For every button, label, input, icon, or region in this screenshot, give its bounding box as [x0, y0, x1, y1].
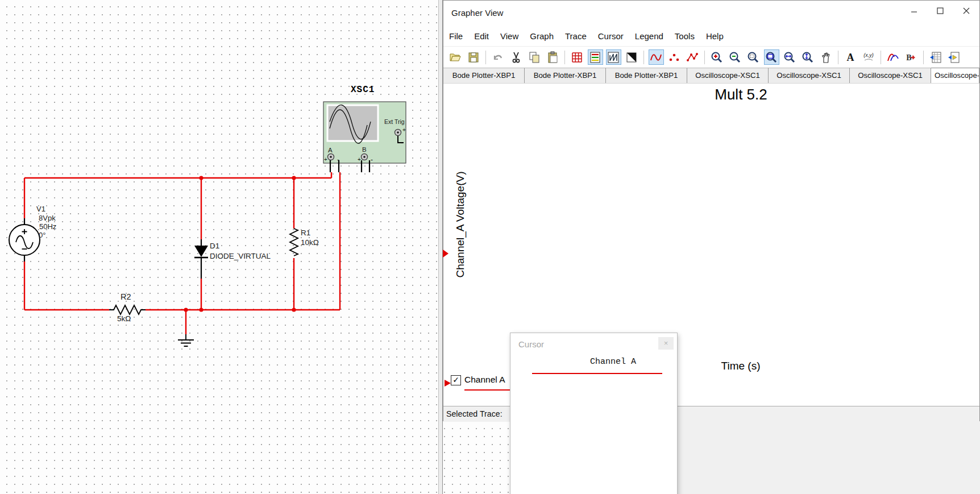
svg-text:A: A: [847, 52, 854, 63]
paste-button[interactable]: [545, 49, 560, 65]
cursor-window[interactable]: Cursor × Channel A: [510, 333, 678, 494]
v1-ref: V1: [36, 205, 45, 213]
legend-trace-label: Channel A: [464, 375, 505, 385]
menu-bar: FileEditViewGraphTraceCursorLegendToolsH…: [443, 27, 979, 46]
selected-trace-arrow-icon: [443, 250, 449, 258]
zoom-vertical-button[interactable]: [800, 49, 816, 65]
minimize-icon: [911, 7, 917, 14]
tab-oscilloscope-xsc1-6[interactable]: Oscilloscope-XSC1: [850, 68, 931, 83]
v1-frequency: 50Hz: [39, 222, 56, 231]
zoom-out-button[interactable]: [728, 49, 743, 65]
zoom-fit-button[interactable]: [764, 49, 779, 65]
overlay-traces-button[interactable]: [886, 49, 901, 65]
maximize-icon: [937, 7, 944, 14]
component-d1-diode[interactable]: D1 DIODE_VIRTUAL: [194, 239, 271, 279]
export-graph-button[interactable]: B: [904, 49, 919, 65]
svg-text:-: -: [371, 156, 373, 164]
r2-value: 5kΩ: [117, 314, 131, 323]
tab-bode-plotter-xbp1-3[interactable]: Bode Plotter-XBP1: [606, 68, 687, 83]
terminal-a-label: A: [328, 147, 333, 153]
zoom-in-icon: [710, 51, 724, 64]
r2-ref: R2: [121, 292, 131, 301]
zoom-horizontal-button[interactable]: [782, 49, 798, 65]
show-legend-icon: [588, 51, 602, 64]
menu-graph[interactable]: Graph: [524, 27, 559, 45]
toolbar-separator: [643, 51, 644, 64]
toolbar-separator: [485, 51, 486, 64]
r1-value: 10kΩ: [301, 238, 319, 247]
graph-properties-button[interactable]: [606, 49, 621, 65]
show-grid-button[interactable]: [570, 49, 585, 65]
pan-hand-button[interactable]: [819, 49, 834, 65]
overlay-traces-icon: [886, 51, 900, 64]
component-r1-resistor[interactable]: R1 10kΩ: [290, 229, 319, 256]
show-grid-icon: [570, 51, 584, 64]
v1-value: 8Vpk: [39, 214, 56, 222]
trace-line-button[interactable]: [649, 49, 664, 65]
component-v1-ac-source[interactable]: V1 8Vpk 50Hz 0°: [9, 205, 56, 261]
toolbar-separator: [564, 51, 565, 64]
ext-trig-label: Ext Trig: [384, 118, 405, 125]
menu-file[interactable]: File: [443, 27, 468, 45]
component-ground[interactable]: [178, 334, 194, 346]
d1-part: DIODE_VIRTUAL: [210, 252, 271, 260]
menu-view[interactable]: View: [495, 27, 524, 45]
menu-legend[interactable]: Legend: [629, 27, 669, 45]
workspace-scrollbar[interactable]: [438, 0, 443, 494]
copy-button[interactable]: [527, 49, 542, 65]
cursor-column-underline: [532, 373, 662, 374]
legend-checkbox[interactable]: ✓: [451, 375, 461, 385]
trace-points-button[interactable]: [667, 49, 682, 65]
tab-bode-plotter-xbp1-1[interactable]: Bode Plotter-XBP1: [443, 68, 525, 83]
close-button[interactable]: [953, 1, 979, 21]
component-r2-resistor[interactable]: R2 5kΩ: [109, 292, 146, 323]
pan-hand-icon: [819, 51, 833, 64]
cut-button[interactable]: [509, 49, 524, 65]
component-xsc1-oscilloscope[interactable]: XSC1 Ext Trig + - A B + - + -: [323, 85, 406, 172]
show-legend-button[interactable]: [588, 49, 603, 65]
svg-text:+: +: [324, 156, 327, 163]
menu-trace[interactable]: Trace: [559, 27, 592, 45]
save-graph-button[interactable]: [466, 49, 481, 65]
trace-line-points-icon: [686, 51, 699, 64]
selected-trace-label: Selected Trace:: [446, 409, 503, 418]
xsc1-ref: XSC1: [351, 85, 375, 95]
zoom-in-button[interactable]: [709, 49, 725, 65]
window-title: Grapher View: [451, 8, 503, 18]
desktop-background: [678, 421, 980, 494]
tab-bar: Bode Plotter-XBP1Bode Plotter-XBP1Bode P…: [443, 68, 979, 84]
export-excel-icon: [929, 51, 942, 64]
tab-oscilloscope-xsc1-4[interactable]: Oscilloscope-XSC1: [687, 68, 769, 83]
tab-oscilloscope-xsc1-7[interactable]: Oscilloscope-XSC1: [931, 68, 979, 83]
zoom-horizontal-icon: [783, 51, 796, 64]
trace-line-points-button[interactable]: [685, 49, 700, 65]
toolbar-separator: [838, 51, 838, 64]
d1-ref: D1: [210, 242, 219, 250]
menu-tools[interactable]: Tools: [669, 27, 700, 45]
add-text-button[interactable]: A: [843, 49, 858, 65]
menu-help[interactable]: Help: [700, 27, 729, 45]
zoom-area-button[interactable]: [746, 49, 761, 65]
menu-edit[interactable]: Edit: [468, 27, 495, 45]
toolbar-separator: [923, 51, 924, 64]
export-excel-button[interactable]: [928, 49, 944, 65]
graph-properties-icon: [607, 51, 620, 64]
tab-oscilloscope-xsc1-5[interactable]: Oscilloscope-XSC1: [769, 68, 850, 83]
minimize-button[interactable]: [901, 1, 927, 21]
maximize-button[interactable]: [927, 1, 953, 21]
cursor-window-title: Cursor: [518, 339, 544, 349]
toolbar: A(x,y)B: [443, 46, 979, 68]
cursor-window-close-button[interactable]: ×: [658, 337, 674, 350]
export-data-button[interactable]: [946, 49, 962, 65]
black-and-white-button[interactable]: [624, 49, 640, 65]
title-bar[interactable]: Grapher View: [443, 1, 979, 27]
cursor-values-button[interactable]: (x,y): [861, 49, 877, 65]
menu-cursor[interactable]: Cursor: [592, 27, 629, 45]
open-file-button[interactable]: [448, 49, 463, 65]
paste-icon: [546, 51, 559, 64]
save-graph-icon: [467, 51, 480, 64]
zoom-out-icon: [728, 51, 742, 64]
undo-button[interactable]: [491, 49, 506, 65]
tab-bode-plotter-xbp1-2[interactable]: Bode Plotter-XBP1: [525, 68, 606, 83]
close-icon: [963, 7, 970, 14]
